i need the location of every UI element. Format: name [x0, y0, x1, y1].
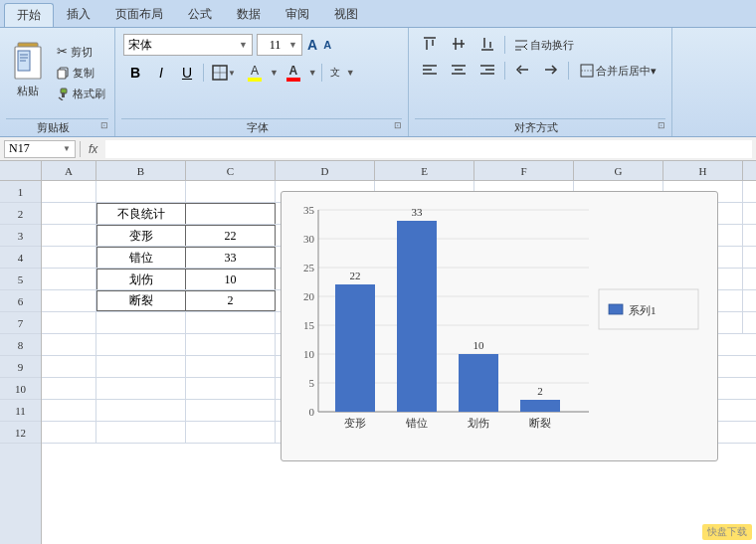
- cut-button[interactable]: ✂ 剪切: [54, 42, 108, 62]
- col-header-h[interactable]: H: [663, 161, 743, 180]
- border-button[interactable]: ▼: [208, 62, 240, 84]
- cell-b3[interactable]: 变形: [96, 225, 186, 246]
- copy-button[interactable]: 复制: [54, 64, 108, 83]
- font-section: 宋体 ▼ 11 ▼ A A B I U ▼: [115, 28, 409, 136]
- cell-b1[interactable]: [96, 181, 186, 202]
- align-right-icon: [479, 62, 495, 78]
- font-size-dropdown-arrow: ▼: [288, 40, 297, 50]
- cell-reference-box[interactable]: N17 ▼: [4, 140, 76, 158]
- align-section: 自动换行: [409, 28, 672, 136]
- row-header-7[interactable]: 7: [0, 312, 41, 334]
- paste-icon: [10, 39, 46, 83]
- ribbon-wrapper: 开始 插入 页面布局 公式 数据 审阅 视图: [0, 0, 756, 137]
- svg-text:10: 10: [303, 348, 315, 360]
- font-color-button[interactable]: A: [281, 62, 306, 84]
- merge-center-button[interactable]: 合并后居中▾: [573, 60, 663, 82]
- cell-a6[interactable]: [42, 290, 96, 311]
- format-brush-button[interactable]: 格式刷: [54, 85, 108, 103]
- formula-input[interactable]: [105, 140, 752, 158]
- row-header-1[interactable]: 1: [0, 181, 41, 203]
- col-header-b[interactable]: B: [96, 161, 186, 180]
- row-header-2[interactable]: 2: [0, 203, 41, 225]
- indent-decrease-icon: [514, 62, 530, 78]
- column-headers: A B C D E F G H: [0, 161, 756, 181]
- svg-text:系列1: 系列1: [629, 304, 657, 316]
- cell-a7[interactable]: [42, 312, 96, 333]
- tab-view[interactable]: 视图: [322, 3, 370, 27]
- col-header-f[interactable]: F: [474, 161, 574, 180]
- fx-button[interactable]: fx: [85, 142, 101, 156]
- underline-button[interactable]: U: [175, 62, 199, 84]
- col-header-d[interactable]: D: [276, 161, 375, 180]
- align-right-button[interactable]: [474, 60, 500, 82]
- cell-c1[interactable]: [186, 181, 276, 202]
- cell-c7[interactable]: [186, 312, 276, 333]
- row-headers: 1 2 3 4 5 6 7 8 9 10 11 12: [0, 181, 42, 544]
- tab-start[interactable]: 开始: [4, 3, 54, 27]
- cell-b7[interactable]: [96, 312, 186, 333]
- tab-formula[interactable]: 公式: [176, 3, 224, 27]
- cell-c3[interactable]: 22: [186, 225, 276, 246]
- font-name-dropdown[interactable]: 宋体 ▼: [123, 34, 253, 56]
- align-left-button[interactable]: [417, 60, 443, 82]
- tab-layout[interactable]: 页面布局: [103, 3, 175, 27]
- row-header-11[interactable]: 11: [0, 400, 41, 422]
- cell-b2[interactable]: 不良统计: [96, 203, 186, 224]
- cell-c6[interactable]: 2: [186, 290, 276, 311]
- cell-a2[interactable]: [42, 203, 96, 224]
- tab-insert[interactable]: 插入: [55, 3, 102, 27]
- wrap-text-button[interactable]: 自动换行: [509, 34, 579, 56]
- clipboard-section: 粘贴 ✂ 剪切 复制 格式刷: [0, 28, 115, 136]
- italic-button[interactable]: I: [149, 62, 173, 84]
- col-header-g[interactable]: G: [574, 161, 663, 180]
- cell-a4[interactable]: [42, 247, 96, 268]
- align-bottom-button[interactable]: [474, 34, 500, 56]
- align-middle-button[interactable]: [446, 34, 472, 56]
- ribbon-tab-bar: 开始 插入 页面布局 公式 数据 审阅 视图: [0, 0, 756, 27]
- align-section-label: 对齐方式 ⊡: [415, 118, 665, 136]
- align-bottom-icon: [479, 36, 495, 52]
- row-header-5[interactable]: 5: [0, 269, 41, 290]
- row-header-12[interactable]: 12: [0, 422, 41, 444]
- font-grow-button[interactable]: A: [306, 37, 318, 53]
- cell-c4[interactable]: 33: [186, 247, 276, 268]
- row-header-9[interactable]: 9: [0, 356, 41, 378]
- chart-container[interactable]: 35 30 25 20 15 10 5 0: [281, 191, 718, 461]
- align-top-button[interactable]: [417, 34, 443, 56]
- formula-bar: N17 ▼ fx: [0, 137, 756, 161]
- font-shrink-button[interactable]: A: [322, 39, 332, 51]
- col-header-e[interactable]: E: [375, 161, 474, 180]
- cell-a5[interactable]: [42, 269, 96, 289]
- col-header-a[interactable]: A: [42, 161, 96, 180]
- svg-text:22: 22: [350, 270, 361, 281]
- font-size-dropdown[interactable]: 11 ▼: [257, 34, 302, 56]
- cell-c2[interactable]: [186, 203, 276, 224]
- tab-review[interactable]: 审阅: [274, 3, 321, 27]
- cell-b6[interactable]: 断裂: [96, 290, 186, 311]
- row-header-6[interactable]: 6: [0, 290, 41, 312]
- align-center-button[interactable]: [446, 60, 472, 82]
- indent-increase-button[interactable]: [538, 60, 564, 82]
- row-header-4[interactable]: 4: [0, 247, 41, 269]
- cell-b4[interactable]: 错位: [96, 247, 186, 268]
- row-header-10[interactable]: 10: [0, 378, 41, 400]
- merge-center-label: 合并后居中▾: [596, 64, 657, 79]
- ribbon-content: 粘贴 ✂ 剪切 复制 格式刷: [0, 27, 756, 136]
- col-header-c[interactable]: C: [186, 161, 276, 180]
- paste-button[interactable]: 粘贴: [6, 36, 50, 101]
- row-header-3[interactable]: 3: [0, 225, 41, 247]
- cell-a1[interactable]: [42, 181, 96, 202]
- row-header-8[interactable]: 8: [0, 334, 41, 356]
- indent-decrease-button[interactable]: [509, 60, 535, 82]
- align-top-icon: [422, 36, 438, 52]
- fill-color-button[interactable]: A: [242, 62, 268, 84]
- cell-a3[interactable]: [42, 225, 96, 246]
- phonetic-button[interactable]: 文: [326, 62, 344, 84]
- wrap-text-icon: [514, 38, 528, 52]
- cell-c5[interactable]: 10: [186, 269, 276, 289]
- align-middle-icon: [451, 36, 467, 52]
- bold-button[interactable]: B: [123, 62, 147, 84]
- cell-b5[interactable]: 划伤: [96, 269, 186, 289]
- svg-rect-7: [58, 70, 66, 79]
- tab-data[interactable]: 数据: [225, 3, 273, 27]
